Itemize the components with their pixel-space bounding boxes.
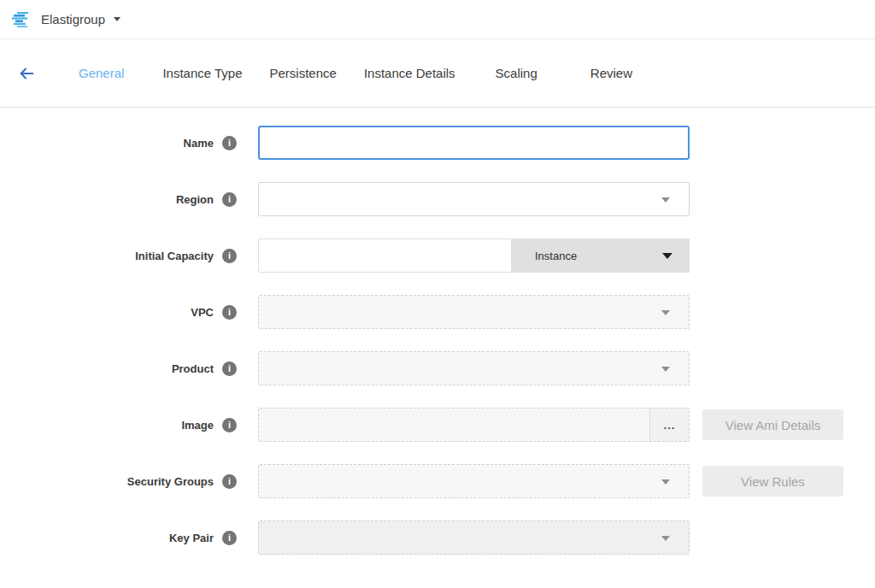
chevron-down-icon xyxy=(662,253,672,259)
info-icon[interactable]: i xyxy=(222,305,237,320)
general-settings-form: Name i Region i Initial Capacity i Insta… xyxy=(0,108,875,555)
name-label: Name xyxy=(184,137,214,150)
info-icon[interactable]: i xyxy=(222,136,237,150)
capacity-unit-select[interactable]: Instance xyxy=(511,238,690,273)
image-value xyxy=(259,409,650,441)
chevron-down-icon xyxy=(661,197,670,203)
info-icon[interactable]: i xyxy=(222,249,237,263)
image-input: ... xyxy=(258,408,690,442)
region-label: Region xyxy=(176,193,214,206)
security-groups-select xyxy=(258,464,690,498)
region-select[interactable] xyxy=(258,182,690,216)
wizard-tabs: General Instance Type Persistence Instan… xyxy=(79,66,632,80)
image-browse-button: ... xyxy=(650,409,689,441)
security-groups-field-row: Security Groups i View Rules xyxy=(0,464,875,498)
key-pair-label: Key Pair xyxy=(169,532,214,544)
initial-capacity-label: Initial Capacity xyxy=(135,250,214,262)
capacity-unit-value: Instance xyxy=(535,250,577,262)
chevron-down-icon xyxy=(661,536,670,541)
tab-instance-type[interactable]: Instance Type xyxy=(162,66,242,80)
arrow-left-icon xyxy=(17,64,36,83)
info-icon[interactable]: i xyxy=(222,418,237,432)
key-pair-field-row: Key Pair i xyxy=(0,520,875,555)
vpc-label: VPC xyxy=(191,306,214,319)
product-field-row: Product i xyxy=(0,351,875,385)
initial-capacity-input[interactable] xyxy=(258,238,511,273)
info-icon[interactable]: i xyxy=(222,362,237,376)
app-header: Elastigroup xyxy=(0,0,875,39)
wizard-tab-bar: General Instance Type Persistence Instan… xyxy=(0,39,875,108)
image-label: Image xyxy=(181,419,214,432)
info-icon[interactable]: i xyxy=(222,192,237,207)
image-field-row: Image i ... View Ami Details xyxy=(0,408,875,442)
chevron-down-icon xyxy=(661,479,670,485)
product-label: Product xyxy=(172,362,214,375)
tab-scaling[interactable]: Scaling xyxy=(496,66,537,80)
info-icon[interactable]: i xyxy=(222,474,237,489)
vpc-select xyxy=(258,295,690,329)
app-title: Elastigroup xyxy=(41,12,105,26)
chevron-down-icon xyxy=(114,17,120,21)
initial-capacity-field-row: Initial Capacity i Instance xyxy=(0,238,875,273)
name-input[interactable] xyxy=(258,126,690,160)
security-groups-label: Security Groups xyxy=(127,475,214,488)
chevron-down-icon xyxy=(661,310,670,315)
chevron-down-icon xyxy=(661,367,670,372)
tab-instance-details[interactable]: Instance Details xyxy=(364,66,455,80)
elastigroup-logo-icon xyxy=(11,9,32,30)
tab-review[interactable]: Review xyxy=(590,66,632,80)
name-field-row: Name i xyxy=(0,126,875,160)
tab-general[interactable]: General xyxy=(79,66,124,80)
region-field-row: Region i xyxy=(0,182,875,216)
elastigroup-product-switcher[interactable]: Elastigroup xyxy=(11,9,120,30)
back-button[interactable] xyxy=(17,64,36,83)
product-select xyxy=(258,351,690,385)
view-ami-details-button: View Ami Details xyxy=(702,409,843,440)
info-icon[interactable]: i xyxy=(222,531,237,545)
vpc-field-row: VPC i xyxy=(0,295,875,329)
tab-persistence[interactable]: Persistence xyxy=(270,66,337,80)
view-rules-button: View Rules xyxy=(702,466,843,497)
key-pair-select xyxy=(258,520,690,555)
